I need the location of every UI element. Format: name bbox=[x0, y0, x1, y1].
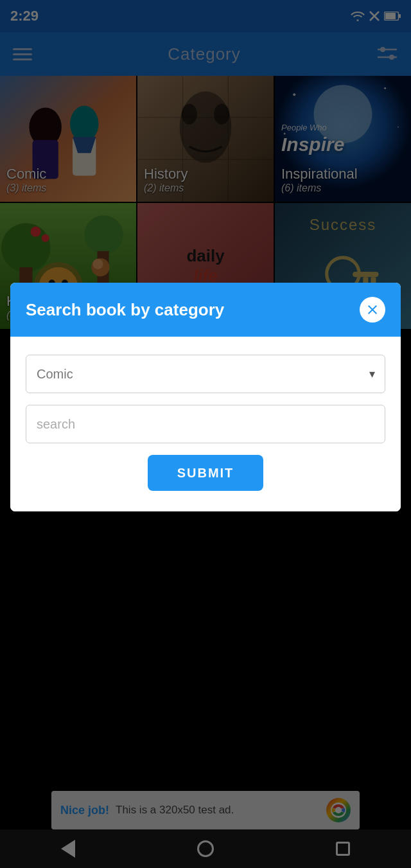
search-modal: Search book by category Comic History In… bbox=[10, 283, 401, 511]
modal-header: Search book by category bbox=[10, 283, 401, 337]
modal-title: Search book by category bbox=[26, 300, 224, 320]
close-icon bbox=[365, 302, 380, 317]
search-input[interactable] bbox=[26, 405, 385, 443]
category-select[interactable]: Comic History Inspirational Kids Daily L… bbox=[26, 355, 385, 393]
modal-body: Comic History Inspirational Kids Daily L… bbox=[10, 337, 401, 511]
modal-close-button[interactable] bbox=[360, 297, 385, 323]
category-select-wrapper: Comic History Inspirational Kids Daily L… bbox=[26, 355, 385, 393]
submit-button[interactable]: SUBMIT bbox=[148, 455, 263, 491]
